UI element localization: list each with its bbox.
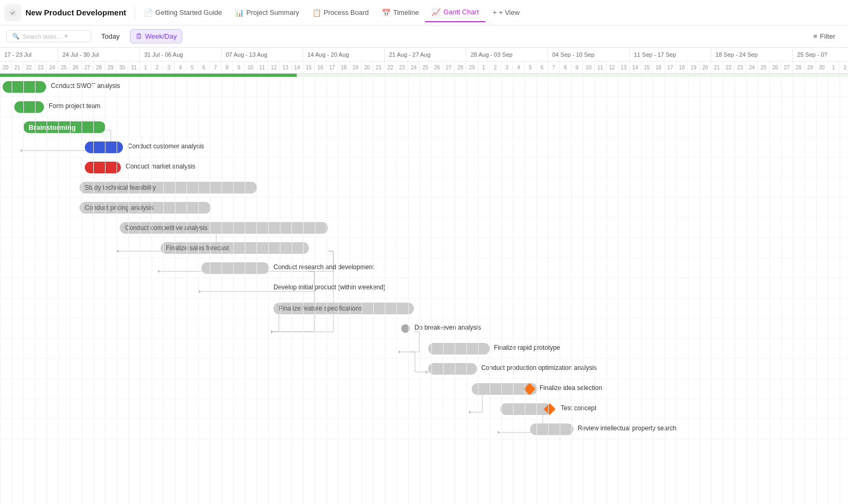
gantt-rows: Conduct SWOT analysis Form project team … [0,77,848,504]
process-board-icon: 📋 [312,8,321,17]
day-cell: 17 [665,61,676,73]
week-sep10: 04 Sep - 10 Sep [548,48,630,61]
task-bar-sales-forecast[interactable]: Finalize sales forecast [161,242,309,254]
weeks-row: 17 - 23 Jul 24 Jul - 30 Jul 31 Jul - 06 … [0,48,848,61]
week-sep3: 28 Aug - 03 Sep [466,48,548,61]
task-bar-brainstorming[interactable]: Brainstorming [23,121,105,133]
day-cell: 14 [292,61,303,73]
task-label-init-prod: Develop initial product (within weekend) [273,284,385,291]
day-cell: 25 [420,61,431,73]
task-label-review-ip: Review intellectual property search [578,425,676,432]
table-row: Conduct research and development [0,258,848,278]
day-cell: 29 [805,61,816,73]
nav-divider-1 [135,7,135,18]
tech-feas-label: Study technical feasibility [85,184,156,191]
task-label-rapid-proto: Finalize rapid prototype [494,344,560,351]
day-cell: 1 [140,61,152,73]
svg-point-0 [9,8,17,16]
day-cell: 7 [548,61,560,73]
day-cell: 24 [47,61,58,73]
day-cell: 17 [326,61,338,73]
getting-started-icon: 📄 [144,8,153,17]
task-label-test-concept: Test concept [561,404,596,412]
app-icon [4,4,21,21]
today-button[interactable]: Today [95,29,126,43]
pricing-label: Conduct pricing analysis [85,204,154,211]
day-cell: 19 [350,61,361,73]
filter-button[interactable]: ≡ Filter [807,30,842,43]
table-row: Review intellectual property search [0,419,848,439]
task-bar-pricing[interactable]: Conduct pricing analysis [80,202,211,214]
table-row: Conduct market analysis [0,157,848,178]
sales-forecast-label: Finalize sales forecast [166,244,229,252]
day-cell: 4 [175,61,187,73]
day-cell: 3 [163,61,175,73]
gantt-container: 17 - 23 Jul 24 Jul - 30 Jul 31 Jul - 06 … [0,48,848,504]
brainstorm-label: Brainstorming [29,123,76,131]
tab-project-summary[interactable]: 📊 Project Summary [228,3,306,22]
add-view-button[interactable]: + + View [488,5,525,20]
gantt-body[interactable]: Conduct SWOT analysis Form project team … [0,77,848,504]
day-cell: 28 [455,61,466,73]
day-cell: 9 [233,61,245,73]
tab-timeline[interactable]: 📅 Timeline [375,3,426,22]
milestone-break-even[interactable] [401,324,410,333]
week-aug20: 14 Aug - 20 Aug [303,48,385,61]
task-label-prod-opt: Conduct production optimization analysis [481,364,597,372]
day-cell: 29 [466,61,478,73]
tab-gantt-chart[interactable]: 📈 Gantt Chart [425,3,485,22]
table-row: Finalize rapid prototype [0,339,848,359]
task-bar-review-ip[interactable] [530,423,573,435]
search-icon: 🔍 [12,33,20,40]
gantt-icon: 📈 [431,8,440,16]
task-bar-prod-opt[interactable] [428,363,477,375]
task-bar-rapid-proto[interactable] [428,343,490,355]
toolbar: 🔍 Search tasks... ▾ Today 🗓 Week/Day ≡ F… [0,25,848,48]
day-cell: 5 [525,61,536,73]
day-cell: 1 [828,61,840,73]
day-cell: 13 [618,61,630,73]
table-row: Test concept [0,399,848,419]
task-bar-rnd[interactable] [201,262,269,274]
day-cell: 29 [105,61,117,73]
table-row: Conduct SWOT analysis [0,77,848,97]
day-cell: 2 [490,61,501,73]
day-cell: 10 [245,61,257,73]
day-cell: 2 [840,61,848,73]
week-sep24: 18 Sep - 24 Sep [711,48,793,61]
project-title: New Product Development [25,8,126,17]
task-bar-feature-specs[interactable]: Finalize feature specifications [273,303,414,314]
task-label-swot: Conduct SWOT analysis [51,82,120,90]
day-cell: 9 [571,61,583,73]
day-cell: 12 [268,61,280,73]
day-cell: 26 [431,61,443,73]
table-row: Form project team [0,97,848,117]
day-cell: 5 [187,61,198,73]
task-bar-market[interactable] [85,162,121,173]
project-summary-icon: 📊 [235,8,244,17]
table-row: Finalize feature specifications [0,298,848,319]
task-bar-swot[interactable] [3,81,46,93]
day-cell: 31 [128,61,140,73]
task-bar-form-team[interactable] [14,101,44,113]
tab-process-board[interactable]: 📋 Process Board [306,3,375,22]
competitive-label: Conduct competitive analysis [125,224,207,232]
table-row: Study technical feasibility [0,178,848,198]
tab-getting-started[interactable]: 📄 Getting Started Guide [137,3,228,22]
day-cell: 15 [303,61,315,73]
week-day-button[interactable]: 🗓 Week/Day [130,29,183,43]
date-header: 17 - 23 Jul 24 Jul - 30 Jul 31 Jul - 06 … [0,48,848,74]
feature-specs-label: Finalize feature specifications [279,305,362,312]
task-bar-tech-feas[interactable]: Study technical feasibility [80,182,257,193]
search-box[interactable]: 🔍 Search tasks... ▾ [6,30,91,42]
day-cell: 12 [606,61,618,73]
plus-icon: + [493,8,497,16]
task-bar-competitive[interactable]: Conduct competitive analysis [120,222,328,234]
task-bar-customer[interactable] [85,142,123,153]
table-row: Finalize idea selection [0,379,848,399]
day-cell: 24 [408,61,420,73]
day-cell: 1 [478,61,490,73]
day-cell: 26 [70,61,82,73]
day-cell: 20 [700,61,711,73]
day-cell: 27 [781,61,793,73]
